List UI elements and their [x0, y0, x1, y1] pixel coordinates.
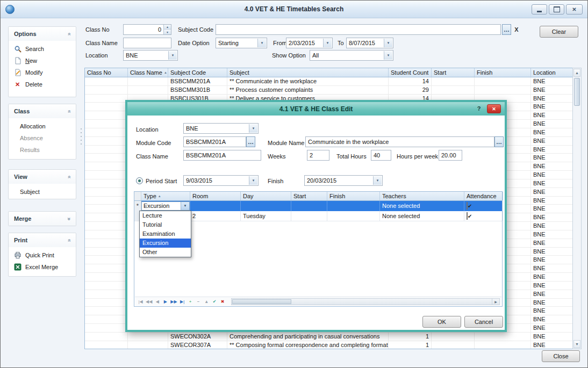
column-header[interactable]: Type▲ [141, 192, 190, 200]
nav-prev-page-icon[interactable]: ◀◀ [145, 298, 153, 306]
column-header[interactable]: Start [432, 68, 475, 77]
chevron-down-icon[interactable]: ▼ [323, 39, 332, 47]
help-button[interactable]: ? [475, 104, 483, 113]
sidebar-item-modify[interactable]: Modify [9, 67, 76, 78]
cancel-button[interactable]: Cancel [464, 316, 503, 328]
panel-print-header[interactable]: Print » [9, 233, 76, 247]
subject-code-input[interactable] [216, 24, 501, 35]
column-header[interactable]: Finish [475, 68, 531, 77]
scrollbar-thumb[interactable] [232, 299, 291, 304]
column-header[interactable]: Student Count [389, 68, 432, 77]
column-header[interactable]: Subject [227, 68, 389, 77]
chevron-down-icon[interactable]: ▼ [168, 51, 177, 60]
scroll-up-icon[interactable]: ▲ [573, 69, 580, 77]
module-code-browse-button[interactable]: … [246, 136, 255, 147]
sidebar-item-results[interactable]: Results [9, 144, 76, 156]
nav-next-icon[interactable]: ▶ [161, 298, 169, 306]
table-row[interactable]: BSBCMM301B** Process customer complaints… [85, 86, 572, 95]
nav-next-page-icon[interactable]: ▶▶ [169, 298, 178, 306]
dlg-location-select[interactable]: BNE ▼ [183, 123, 259, 134]
nav-edit-icon[interactable]: ▲ [203, 298, 211, 306]
hours-per-week-input[interactable]: 20.00 [439, 150, 462, 161]
cell-room[interactable]: 2 [190, 211, 241, 221]
sidebar-item-delete[interactable]: ✕ Delete [9, 78, 76, 90]
chevron-down-icon[interactable]: ▼ [257, 39, 266, 47]
sidebar-item-absence[interactable]: Absence [9, 132, 76, 144]
sidebar-item-new[interactable]: New [9, 55, 76, 67]
sidebar-item-excel-merge[interactable]: Excel Merge [9, 261, 76, 273]
spin-up-icon[interactable] [163, 25, 171, 30]
panel-class-header[interactable]: Class » [9, 104, 76, 118]
scroll-right-icon[interactable]: ▶ [492, 299, 499, 305]
period-finish-select[interactable]: 20/03/2015 ▼ [304, 175, 383, 186]
splitter-handle[interactable] [80, 128, 82, 152]
panel-view-header[interactable]: View » [9, 170, 76, 184]
table-row[interactable]: SWECON302AComprehending and participatin… [85, 333, 572, 341]
column-header[interactable]: Location [531, 68, 573, 77]
spin-down-icon[interactable] [163, 30, 171, 34]
attendance-checkbox[interactable] [467, 212, 468, 220]
nav-delete-icon[interactable]: − [195, 298, 203, 306]
nav-prev-icon[interactable]: ◀ [153, 298, 161, 306]
ok-button[interactable]: OK [422, 316, 461, 328]
dialog-close-button[interactable] [487, 104, 501, 113]
close-window-button[interactable] [566, 4, 583, 15]
attendance-checkbox[interactable] [467, 202, 468, 210]
cell-teachers[interactable]: None selected [380, 211, 464, 221]
column-header[interactable]: Day [241, 192, 291, 200]
subject-code-browse-button[interactable]: … [502, 24, 511, 35]
cell-teachers[interactable]: None selected [380, 201, 464, 211]
clear-button[interactable]: Clear [540, 26, 578, 38]
table-row[interactable]: BSBCMM201A** Communicate in the workplac… [85, 77, 572, 86]
class-no-stepper[interactable]: 0 [123, 24, 171, 35]
column-header[interactable]: Subject Code [168, 68, 227, 77]
column-header[interactable]: Teachers [380, 192, 464, 200]
sidebar-item-allocation[interactable]: Allocation [9, 120, 76, 132]
dropdown-option[interactable]: Lecture [140, 211, 191, 220]
sidebar-item-quick-print[interactable]: Quick Print [9, 249, 76, 261]
vertical-scrollbar[interactable]: ▲ ▼ [572, 68, 582, 349]
column-header[interactable]: Finish [327, 192, 380, 200]
period-start-select[interactable]: 9/03/2015 ▼ [183, 175, 259, 186]
nav-first-icon[interactable]: |◀ [137, 298, 145, 306]
module-name-input[interactable]: Communicate in the workplace [305, 136, 494, 147]
cell-day[interactable] [241, 201, 291, 211]
cell-room[interactable] [190, 201, 241, 211]
dropdown-option[interactable]: Tutorial [140, 220, 191, 229]
chevron-down-icon[interactable]: ▼ [181, 202, 189, 210]
table-row[interactable]: SWECOR307A** Composing formal correspond… [85, 341, 572, 349]
cell-finish[interactable] [327, 201, 380, 211]
sidebar-item-subject[interactable]: Subject [9, 186, 76, 198]
total-hours-input[interactable]: 40 [371, 150, 391, 161]
maximize-button[interactable] [549, 4, 564, 15]
grid-row-selected[interactable]: * Excursion ▼ None selected [134, 201, 502, 211]
period-radio[interactable] [136, 177, 143, 184]
minimize-button[interactable] [532, 4, 547, 15]
to-date-select[interactable]: 8/07/2015 ▼ [346, 38, 393, 48]
cell-start[interactable] [291, 201, 327, 211]
dropdown-option[interactable]: Excursion [140, 239, 191, 248]
sidebar-item-search[interactable]: Search [9, 43, 76, 55]
cell-finish[interactable] [327, 211, 380, 221]
location-select[interactable]: BNE ▼ [123, 50, 178, 61]
nav-cancel-icon[interactable]: ✖ [219, 298, 227, 306]
panel-merge-header[interactable]: Merge » [9, 212, 76, 226]
module-code-input[interactable]: BSBCMM201A [183, 136, 246, 147]
cell-attendance[interactable] [464, 211, 503, 221]
subject-code-clear-button[interactable]: X [512, 24, 521, 35]
horizontal-scrollbar[interactable]: ▶ [231, 298, 500, 305]
chevron-down-icon[interactable]: ▼ [384, 39, 392, 47]
dlg-class-name-input[interactable]: BSBCMM201A [183, 150, 261, 161]
cell-attendance[interactable] [464, 201, 503, 211]
chevron-down-icon[interactable]: ▼ [249, 176, 257, 185]
chevron-down-icon[interactable]: ▼ [373, 176, 382, 185]
nav-post-icon[interactable]: ✔ [211, 298, 219, 306]
scroll-down-icon[interactable]: ▼ [573, 340, 580, 348]
dropdown-option[interactable]: Examination [140, 229, 191, 239]
class-name-input[interactable] [123, 38, 171, 48]
column-header[interactable]: Class No [85, 68, 128, 77]
nav-last-icon[interactable]: ▶| [178, 298, 187, 306]
nav-append-icon[interactable]: + [187, 298, 195, 306]
chevron-down-icon[interactable]: ▼ [384, 51, 392, 60]
type-editor-combo[interactable]: Excursion ▼ [141, 201, 190, 211]
